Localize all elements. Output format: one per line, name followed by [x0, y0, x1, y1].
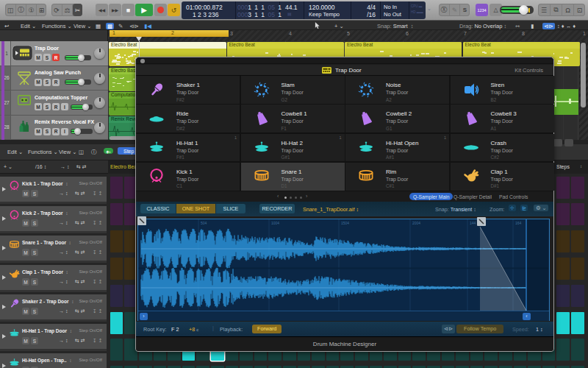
svg-text:504: 504: [201, 221, 207, 225]
svg-text:1004: 1004: [271, 221, 279, 225]
svg-text:144: 144: [470, 221, 476, 225]
svg-text:1504: 1504: [341, 221, 349, 225]
svg-text:164: 164: [515, 221, 522, 225]
svg-text:2004: 2004: [412, 221, 420, 225]
